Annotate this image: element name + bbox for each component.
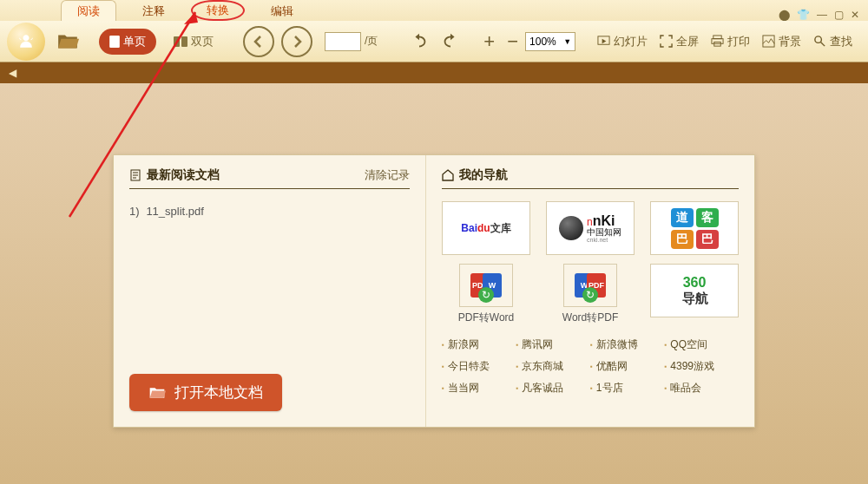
link-item[interactable]: 今日特卖 [442,359,516,374]
background-button[interactable]: 背景 [762,34,801,49]
nav-daoke[interactable]: 道客 巴巴 [650,201,739,255]
convert-arrow-icon: ↻ [582,287,598,303]
link-item[interactable]: 京东商城 [516,359,591,374]
link-grid: 新浪网 腾讯网 新浪微博 QQ空间 今日特卖 京东商城 优酷网 4399游戏 当… [442,337,739,396]
globe-icon [559,216,583,240]
link-item[interactable]: 新浪微博 [590,337,665,352]
tab-annotate[interactable]: 注释 [127,1,181,21]
link-item[interactable]: 优酷网 [590,359,665,374]
svg-point-8 [815,36,822,43]
svg-rect-2 [181,36,187,47]
clear-history[interactable]: 清除记录 [365,167,410,183]
link-item[interactable]: 新浪网 [442,337,516,352]
redo-icon[interactable] [435,26,466,57]
tab-convert[interactable]: 转换 [191,0,245,21]
link-item[interactable]: QQ空间 [665,337,740,352]
print-button[interactable]: 打印 [711,34,750,49]
zoom-out-button[interactable]: − [502,30,523,53]
next-page-button[interactable] [281,26,312,57]
open-local-button[interactable]: 打开本地文档 [129,374,282,411]
zoom-in-button[interactable]: + [478,30,500,53]
nav-360[interactable]: 360导航 [650,264,739,317]
undo-icon[interactable] [404,26,435,57]
fullscreen-button[interactable]: 全屏 [660,34,699,49]
link-item[interactable]: 腾讯网 [516,337,591,352]
maximize-icon[interactable]: ▢ [834,9,844,21]
page-input[interactable] [325,32,361,51]
minimize-icon[interactable]: — [817,9,827,21]
slideshow-button[interactable]: 幻灯片 [597,34,648,49]
recent-title: 最新阅读文档 [129,167,220,183]
link-item[interactable]: 当当网 [442,381,516,396]
sidebar-strip: ◀ [0,62,868,83]
convert-arrow-icon: ↻ [478,287,494,303]
titlebar: 阅读 注释 转换 编辑 ⬤ 👕 — ▢ ✕ [0,0,868,21]
window-buttons: ⬤ 👕 — ▢ ✕ [779,6,868,21]
toolbar: 单页 双页 /页 + − 100%▼ 幻灯片 全屏 打印 背景 查找 [0,21,868,62]
zoom-select[interactable]: 100%▼ [525,32,575,51]
open-file-icon[interactable] [52,26,83,57]
nav-pdf2word[interactable]: PDFW↻ PDF转Word [442,264,530,325]
find-button[interactable]: 查找 [813,34,852,49]
nav-cnki[interactable]: nnKi中国知网cnki.net [546,201,635,255]
app-logo[interactable] [7,23,45,61]
tab-read[interactable]: 阅读 [61,0,116,21]
recent-item[interactable]: 1) 11_split.pdf [129,201,410,221]
prev-page-button[interactable] [243,26,274,57]
nav-title: 我的导航 [442,167,508,183]
content-area: 最新阅读文档 清除记录 1) 11_split.pdf 打开本地文档 我的导航 [0,83,868,484]
link-item[interactable]: 4399游戏 [665,359,740,374]
collapse-sidebar-icon[interactable]: ◀ [9,67,16,79]
link-item[interactable]: 凡客诚品 [516,381,591,396]
recent-panel: 最新阅读文档 清除记录 1) 11_split.pdf 打开本地文档 [114,155,426,427]
single-page-button[interactable]: 单页 [99,29,156,55]
skin-icon[interactable]: ⬤ [779,9,790,21]
close-icon[interactable]: ✕ [851,9,859,21]
main-tabs: 阅读 注释 转换 编辑 [61,0,309,21]
link-item[interactable]: 1号店 [590,381,665,396]
svg-rect-1 [174,36,180,47]
svg-rect-4 [713,36,721,39]
zoom-controls: + − 100%▼ [478,30,575,53]
nav-word2pdf[interactable]: WPDF↻ Word转PDF [546,264,635,325]
svg-rect-5 [712,39,723,44]
start-card: 最新阅读文档 清除记录 1) 11_split.pdf 打开本地文档 我的导航 [113,154,755,428]
tab-edit[interactable]: 编辑 [255,1,309,21]
link-item[interactable]: 唯品会 [665,381,740,396]
shirt-icon[interactable]: 👕 [797,9,810,21]
page-suffix: /页 [365,34,378,49]
svg-rect-0 [109,36,120,48]
recent-list: 1) 11_split.pdf [129,201,410,221]
nav-baidu[interactable]: Baidu文库 [442,201,530,255]
nav-panel: 我的导航 Baidu文库 nnKi中国知网cnki.net 道客 巴巴 PDF [426,155,754,427]
double-page-button[interactable]: 双页 [163,29,224,55]
